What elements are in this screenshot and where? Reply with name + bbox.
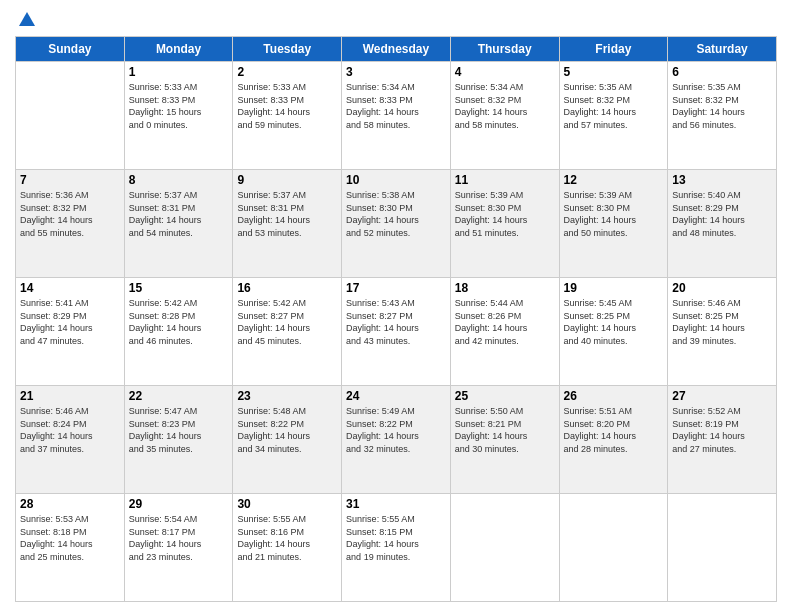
- day-number: 10: [346, 173, 446, 187]
- day-number: 21: [20, 389, 120, 403]
- calendar-day-header: Saturday: [668, 37, 777, 62]
- calendar-cell: 1Sunrise: 5:33 AM Sunset: 8:33 PM Daylig…: [124, 62, 233, 170]
- calendar-cell: 6Sunrise: 5:35 AM Sunset: 8:32 PM Daylig…: [668, 62, 777, 170]
- logo-icon: [17, 10, 37, 30]
- day-number: 6: [672, 65, 772, 79]
- day-number: 29: [129, 497, 229, 511]
- calendar-day-header: Monday: [124, 37, 233, 62]
- day-number: 19: [564, 281, 664, 295]
- day-info: Sunrise: 5:37 AM Sunset: 8:31 PM Dayligh…: [237, 189, 337, 239]
- calendar-week-row: 7Sunrise: 5:36 AM Sunset: 8:32 PM Daylig…: [16, 170, 777, 278]
- day-number: 5: [564, 65, 664, 79]
- svg-marker-0: [19, 12, 35, 26]
- day-info: Sunrise: 5:42 AM Sunset: 8:27 PM Dayligh…: [237, 297, 337, 347]
- calendar-week-row: 14Sunrise: 5:41 AM Sunset: 8:29 PM Dayli…: [16, 278, 777, 386]
- calendar-cell: 19Sunrise: 5:45 AM Sunset: 8:25 PM Dayli…: [559, 278, 668, 386]
- day-number: 2: [237, 65, 337, 79]
- calendar-cell: [559, 494, 668, 602]
- day-info: Sunrise: 5:53 AM Sunset: 8:18 PM Dayligh…: [20, 513, 120, 563]
- day-number: 16: [237, 281, 337, 295]
- day-info: Sunrise: 5:41 AM Sunset: 8:29 PM Dayligh…: [20, 297, 120, 347]
- day-number: 8: [129, 173, 229, 187]
- day-number: 31: [346, 497, 446, 511]
- day-number: 30: [237, 497, 337, 511]
- day-info: Sunrise: 5:55 AM Sunset: 8:15 PM Dayligh…: [346, 513, 446, 563]
- day-info: Sunrise: 5:45 AM Sunset: 8:25 PM Dayligh…: [564, 297, 664, 347]
- day-info: Sunrise: 5:52 AM Sunset: 8:19 PM Dayligh…: [672, 405, 772, 455]
- calendar-cell: 17Sunrise: 5:43 AM Sunset: 8:27 PM Dayli…: [342, 278, 451, 386]
- day-number: 20: [672, 281, 772, 295]
- calendar-cell: 28Sunrise: 5:53 AM Sunset: 8:18 PM Dayli…: [16, 494, 125, 602]
- day-number: 4: [455, 65, 555, 79]
- logo: [15, 10, 37, 30]
- header: [15, 10, 777, 30]
- day-info: Sunrise: 5:33 AM Sunset: 8:33 PM Dayligh…: [129, 81, 229, 131]
- day-number: 12: [564, 173, 664, 187]
- calendar-cell: 5Sunrise: 5:35 AM Sunset: 8:32 PM Daylig…: [559, 62, 668, 170]
- calendar-cell: 31Sunrise: 5:55 AM Sunset: 8:15 PM Dayli…: [342, 494, 451, 602]
- calendar-cell: 10Sunrise: 5:38 AM Sunset: 8:30 PM Dayli…: [342, 170, 451, 278]
- calendar-cell: [668, 494, 777, 602]
- day-info: Sunrise: 5:35 AM Sunset: 8:32 PM Dayligh…: [672, 81, 772, 131]
- day-number: 7: [20, 173, 120, 187]
- calendar-cell: 12Sunrise: 5:39 AM Sunset: 8:30 PM Dayli…: [559, 170, 668, 278]
- calendar-cell: 20Sunrise: 5:46 AM Sunset: 8:25 PM Dayli…: [668, 278, 777, 386]
- calendar-week-row: 1Sunrise: 5:33 AM Sunset: 8:33 PM Daylig…: [16, 62, 777, 170]
- day-info: Sunrise: 5:34 AM Sunset: 8:32 PM Dayligh…: [455, 81, 555, 131]
- day-info: Sunrise: 5:36 AM Sunset: 8:32 PM Dayligh…: [20, 189, 120, 239]
- calendar-cell: 7Sunrise: 5:36 AM Sunset: 8:32 PM Daylig…: [16, 170, 125, 278]
- calendar-day-header: Sunday: [16, 37, 125, 62]
- calendar-cell: 26Sunrise: 5:51 AM Sunset: 8:20 PM Dayli…: [559, 386, 668, 494]
- day-number: 28: [20, 497, 120, 511]
- calendar-cell: [16, 62, 125, 170]
- calendar-cell: 15Sunrise: 5:42 AM Sunset: 8:28 PM Dayli…: [124, 278, 233, 386]
- day-info: Sunrise: 5:39 AM Sunset: 8:30 PM Dayligh…: [564, 189, 664, 239]
- calendar-week-row: 21Sunrise: 5:46 AM Sunset: 8:24 PM Dayli…: [16, 386, 777, 494]
- calendar-cell: 23Sunrise: 5:48 AM Sunset: 8:22 PM Dayli…: [233, 386, 342, 494]
- calendar-cell: 25Sunrise: 5:50 AM Sunset: 8:21 PM Dayli…: [450, 386, 559, 494]
- calendar-cell: 16Sunrise: 5:42 AM Sunset: 8:27 PM Dayli…: [233, 278, 342, 386]
- calendar-cell: 3Sunrise: 5:34 AM Sunset: 8:33 PM Daylig…: [342, 62, 451, 170]
- calendar-cell: 18Sunrise: 5:44 AM Sunset: 8:26 PM Dayli…: [450, 278, 559, 386]
- day-number: 18: [455, 281, 555, 295]
- calendar-day-header: Friday: [559, 37, 668, 62]
- day-info: Sunrise: 5:49 AM Sunset: 8:22 PM Dayligh…: [346, 405, 446, 455]
- day-number: 27: [672, 389, 772, 403]
- day-info: Sunrise: 5:44 AM Sunset: 8:26 PM Dayligh…: [455, 297, 555, 347]
- day-info: Sunrise: 5:48 AM Sunset: 8:22 PM Dayligh…: [237, 405, 337, 455]
- day-info: Sunrise: 5:47 AM Sunset: 8:23 PM Dayligh…: [129, 405, 229, 455]
- calendar-cell: 24Sunrise: 5:49 AM Sunset: 8:22 PM Dayli…: [342, 386, 451, 494]
- page: SundayMondayTuesdayWednesdayThursdayFrid…: [0, 0, 792, 612]
- day-info: Sunrise: 5:39 AM Sunset: 8:30 PM Dayligh…: [455, 189, 555, 239]
- day-info: Sunrise: 5:42 AM Sunset: 8:28 PM Dayligh…: [129, 297, 229, 347]
- day-number: 26: [564, 389, 664, 403]
- day-info: Sunrise: 5:33 AM Sunset: 8:33 PM Dayligh…: [237, 81, 337, 131]
- calendar-cell: 2Sunrise: 5:33 AM Sunset: 8:33 PM Daylig…: [233, 62, 342, 170]
- day-info: Sunrise: 5:35 AM Sunset: 8:32 PM Dayligh…: [564, 81, 664, 131]
- day-info: Sunrise: 5:40 AM Sunset: 8:29 PM Dayligh…: [672, 189, 772, 239]
- day-number: 3: [346, 65, 446, 79]
- day-number: 24: [346, 389, 446, 403]
- calendar-cell: 4Sunrise: 5:34 AM Sunset: 8:32 PM Daylig…: [450, 62, 559, 170]
- day-info: Sunrise: 5:46 AM Sunset: 8:25 PM Dayligh…: [672, 297, 772, 347]
- calendar-cell: [450, 494, 559, 602]
- calendar-cell: 21Sunrise: 5:46 AM Sunset: 8:24 PM Dayli…: [16, 386, 125, 494]
- day-info: Sunrise: 5:34 AM Sunset: 8:33 PM Dayligh…: [346, 81, 446, 131]
- day-info: Sunrise: 5:43 AM Sunset: 8:27 PM Dayligh…: [346, 297, 446, 347]
- calendar-cell: 30Sunrise: 5:55 AM Sunset: 8:16 PM Dayli…: [233, 494, 342, 602]
- day-info: Sunrise: 5:51 AM Sunset: 8:20 PM Dayligh…: [564, 405, 664, 455]
- calendar-week-row: 28Sunrise: 5:53 AM Sunset: 8:18 PM Dayli…: [16, 494, 777, 602]
- day-info: Sunrise: 5:55 AM Sunset: 8:16 PM Dayligh…: [237, 513, 337, 563]
- day-info: Sunrise: 5:50 AM Sunset: 8:21 PM Dayligh…: [455, 405, 555, 455]
- day-number: 1: [129, 65, 229, 79]
- calendar-day-header: Wednesday: [342, 37, 451, 62]
- day-number: 11: [455, 173, 555, 187]
- day-number: 14: [20, 281, 120, 295]
- calendar-cell: 27Sunrise: 5:52 AM Sunset: 8:19 PM Dayli…: [668, 386, 777, 494]
- calendar-cell: 14Sunrise: 5:41 AM Sunset: 8:29 PM Dayli…: [16, 278, 125, 386]
- calendar-cell: 9Sunrise: 5:37 AM Sunset: 8:31 PM Daylig…: [233, 170, 342, 278]
- day-number: 22: [129, 389, 229, 403]
- day-number: 9: [237, 173, 337, 187]
- day-info: Sunrise: 5:54 AM Sunset: 8:17 PM Dayligh…: [129, 513, 229, 563]
- day-number: 25: [455, 389, 555, 403]
